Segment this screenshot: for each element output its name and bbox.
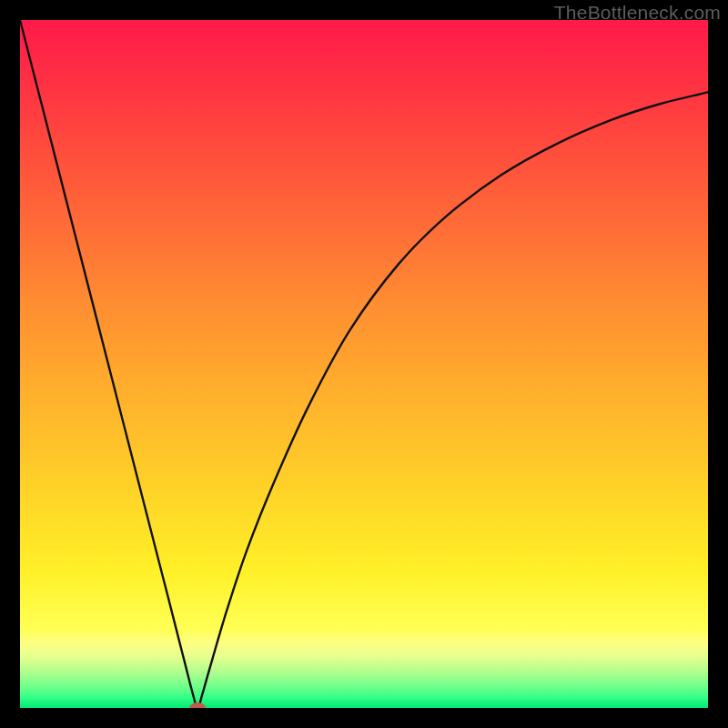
bottleneck-chart	[20, 20, 708, 708]
plot-area	[20, 20, 708, 708]
chart-frame: TheBottleneck.com	[0, 0, 728, 728]
